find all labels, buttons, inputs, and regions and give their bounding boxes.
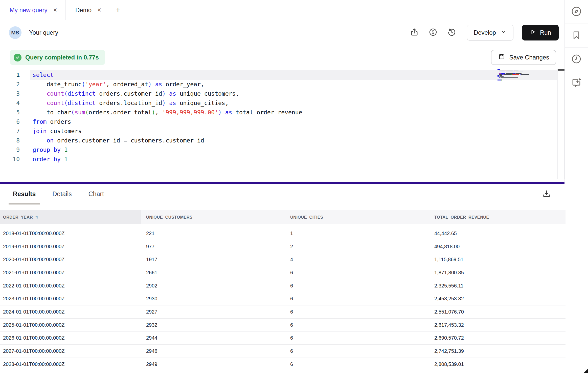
code-line-text: count(distinct orders.customer_id) as un…	[20, 89, 239, 98]
table-cell: 2025-01-01T00:00:00.000Z	[0, 322, 141, 328]
table-cell: 221	[141, 231, 285, 236]
table-cell: 44,442.65	[429, 231, 566, 236]
explore-compass-button[interactable]	[565, 0, 588, 24]
minimap-line	[497, 76, 529, 77]
table-cell: 6	[285, 270, 429, 276]
table-cell: 2930	[141, 296, 285, 302]
line-number: 9	[0, 145, 20, 155]
results-panel: ResultsDetailsChart ORDER_YEAR↑↓UNIQUE_C…	[0, 184, 588, 373]
minimap-line	[497, 80, 529, 80]
document-tab-bar: My new query✕Demo✕ +	[0, 0, 564, 20]
code-line-text: join customers	[20, 127, 82, 136]
results-tab-chart[interactable]: Chart	[84, 184, 108, 204]
document-tab-my-new-query[interactable]: My new query✕	[0, 0, 66, 20]
minimap-line	[497, 77, 529, 78]
new-tab-button[interactable]: +	[110, 0, 126, 20]
minimap-line	[497, 69, 529, 70]
code-line-text: from orders	[20, 117, 71, 127]
code-line-text: select	[20, 70, 54, 80]
table-row: 2026-01-01T00:00:00.000Z294462,690,570.7…	[0, 332, 566, 345]
chat-sparkle-icon	[571, 77, 582, 90]
share-button[interactable]	[409, 28, 419, 38]
code-line: 2 date_trunc('year', ordered_at) as orde…	[0, 80, 564, 89]
table-cell: 6	[285, 322, 429, 328]
pane-divider[interactable]	[0, 182, 564, 184]
table-row: 2023-01-01T00:00:00.000Z293062,453,253.3…	[0, 292, 566, 305]
editor-minimap[interactable]	[497, 69, 529, 81]
table-row: 2027-01-01T00:00:00.000Z294662,742,751.3…	[0, 345, 566, 358]
code-line-text: count(distinct orders.location_id) as un…	[20, 98, 229, 108]
table-row: 2024-01-01T00:00:00.000Z292762,551,076.7…	[0, 305, 566, 319]
table-cell: 1	[285, 231, 429, 236]
bookmark-icon	[571, 30, 582, 42]
table-cell: 6	[285, 335, 429, 341]
results-tab-results[interactable]: Results	[9, 184, 40, 204]
document-tab-demo[interactable]: Demo✕	[66, 0, 110, 20]
code-line-text: order by 1	[20, 155, 68, 164]
results-tab-details[interactable]: Details	[48, 184, 76, 204]
download-results-button[interactable]	[541, 189, 552, 200]
table-row: 2022-01-01T00:00:00.000Z290262,325,556.1…	[0, 279, 566, 293]
editor-scrollbar-thumb[interactable]	[558, 69, 564, 71]
table-cell: 2949	[141, 361, 285, 367]
document-tab-label: Demo	[75, 7, 92, 14]
develop-button-label: Develop	[474, 29, 496, 36]
table-cell: 2,551,076.70	[429, 309, 566, 315]
column-header-unique_cities[interactable]: UNIQUE_CITIES	[285, 210, 429, 224]
code-line: 9group by 1	[0, 145, 564, 155]
column-header-total_order_revenue[interactable]: TOTAL_ORDER_REVENUE	[429, 210, 566, 224]
info-icon	[428, 28, 438, 38]
share-icon	[410, 28, 419, 38]
code-line: 8 on orders.customer_id = customers.cust…	[0, 136, 564, 145]
table-row: 2020-01-01T00:00:00.000Z191741,115,869.5…	[0, 253, 566, 266]
table-row: 2025-01-01T00:00:00.000Z293262,617,453.3…	[0, 319, 566, 332]
table-cell: 4	[285, 257, 429, 262]
sql-editor[interactable]: 1select2 date_trunc('year', ordered_at) …	[0, 66, 564, 182]
table-cell: 2,808,539.01	[429, 361, 566, 367]
chevron-down-icon	[501, 29, 507, 36]
table-cell: 6	[285, 296, 429, 302]
save-changes-button[interactable]: Save Changes	[491, 50, 556, 65]
right-icon-rail	[564, 0, 588, 182]
table-cell: 6	[285, 283, 429, 289]
close-icon[interactable]: ✕	[96, 7, 103, 14]
sort-icon: ↑↓	[35, 215, 38, 219]
history-panel-button[interactable]	[565, 48, 588, 71]
table-cell: 6	[285, 361, 429, 367]
line-number: 6	[0, 117, 20, 127]
close-icon[interactable]: ✕	[52, 7, 58, 14]
table-cell: 2022-01-01T00:00:00.000Z	[0, 283, 141, 289]
table-cell: 2661	[141, 270, 285, 276]
line-number: 4	[0, 98, 20, 108]
table-cell: 1,115,869.51	[429, 257, 566, 262]
run-button[interactable]: Run	[522, 25, 559, 40]
develop-button[interactable]: Develop	[467, 25, 513, 40]
table-cell: 2023-01-01T00:00:00.000Z	[0, 296, 141, 302]
status-message: Query completed in 0.77s	[25, 54, 99, 61]
table-cell: 2902	[141, 283, 285, 289]
document-tab-label: My new query	[10, 7, 47, 14]
column-header-order_year[interactable]: ORDER_YEAR↑↓	[0, 210, 141, 224]
clock-icon	[571, 53, 582, 66]
table-cell: 2927	[141, 309, 285, 315]
bookmarks-button[interactable]	[565, 24, 588, 48]
code-line: 4 count(distinct orders.location_id) as …	[0, 98, 564, 108]
ai-assistant-button[interactable]	[565, 71, 588, 95]
code-line: 1select	[0, 70, 564, 80]
resize-corner-handle[interactable]	[584, 369, 588, 373]
table-cell: 2,690,570.72	[429, 335, 566, 341]
table-cell: 2026-01-01T00:00:00.000Z	[0, 335, 141, 341]
table-cell: 2946	[141, 348, 285, 354]
code-line-text: date_trunc('year', ordered_at) as order_…	[20, 80, 204, 89]
play-icon	[530, 29, 536, 37]
line-number: 7	[0, 127, 20, 136]
table-cell: 2024-01-01T00:00:00.000Z	[0, 309, 141, 315]
table-cell: 2,453,253.32	[429, 296, 566, 302]
version-history-button[interactable]	[447, 28, 457, 38]
info-button[interactable]	[428, 28, 438, 38]
editor-scrollbar-track[interactable]	[557, 69, 564, 179]
table-cell: 1917	[141, 257, 285, 262]
column-header-unique_customers[interactable]: UNIQUE_CUSTOMERS	[141, 210, 285, 224]
compass-icon	[571, 6, 582, 18]
download-icon	[542, 189, 551, 200]
